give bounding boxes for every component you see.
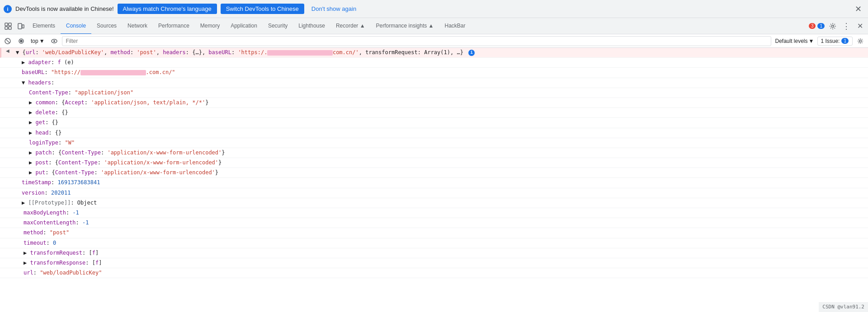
line-content: maxBodyLength: -1 [13,209,866,217]
context-selector[interactable]: top ▼ [29,37,47,45]
line-content: timeStamp: 1691373683841 [13,178,866,187]
tab-console[interactable]: Console [61,18,91,34]
console-line: ◀ ▼ {url: 'web/LoadPublicKey', method: '… [0,48,868,58]
notification-close-button[interactable]: ✕ [852,3,864,15]
console-line-transformresponse: ▶ transformResponse: [f] [0,258,868,268]
line-content: ▶ transformResponse: [f] [13,259,866,267]
svg-point-6 [832,25,834,27]
console-toolbar: top ▼ Default levels ▼ 1 Issue: 1 [0,34,868,48]
console-line-delete: ▶ delete: {} [0,108,868,118]
line-content: ▶ head: {} [13,129,866,137]
issues-count-badge: 1 [841,38,849,44]
tab-elements[interactable]: Elements [27,18,61,34]
line-content: ▶ [[Prototype]]: Object [13,199,866,207]
console-line-put: ▶ put: {Content-Type: 'application/x-www… [0,168,868,178]
tab-performance-insights[interactable]: Performance insights ▲ [371,18,439,34]
line-content: ▼ {url: 'web/LoadPublicKey', method: 'po… [14,48,866,57]
info-icon: i [4,5,12,13]
line-content: ▶ transformRequest: [f] [13,249,866,257]
svg-rect-0 [5,23,8,26]
line-content: ▶ patch: {Content-Type: 'application/x-w… [13,149,866,157]
more-options-button[interactable]: ⋮ [840,20,853,33]
console-line-post: ▶ post: {Content-Type: 'application/x-ww… [0,158,868,168]
clear-console-button[interactable] [2,35,14,47]
svg-point-10 [20,40,23,42]
svg-point-13 [859,40,862,42]
console-line-maxcontentlength: maxContentLength: -1 [0,218,868,228]
eye-button[interactable] [48,35,60,47]
line-content: url: "web/loadPublicKey" [13,269,866,277]
tab-sources[interactable]: Sources [91,18,122,34]
line-content: timeout: 0 [13,239,866,247]
dont-show-button[interactable]: Don't show again [308,4,360,14]
redacted-url [267,50,333,56]
console-line-baseurl: baseURL: "https:// .com.cn/" [0,68,868,78]
settings-button[interactable] [826,20,839,33]
filter-input[interactable] [62,36,772,46]
footer-bar: CSDN @vlan91.2 [819,302,868,312]
console-line-logintype: loginType: "W" [0,138,868,148]
switch-chinese-button[interactable]: Switch DevTools to Chinese [221,4,304,14]
notification-text: DevTools is now available in Chinese! [15,5,114,12]
console-line-timestamp: timeStamp: 1691373683841 [0,178,868,188]
default-levels-button[interactable]: Default levels ▼ [773,37,816,45]
tab-hackbar[interactable]: HackBar [439,18,471,34]
redacted-baseurl [80,70,146,75]
line-content: ▶ common: {Accept: 'application/json, te… [13,98,866,107]
console-line-get: ▶ get: {} [0,118,868,128]
notification-bar: i DevTools is now available in Chinese! … [0,0,868,18]
console-line-method: method: "post" [0,228,868,238]
svg-rect-5 [22,25,24,28]
line-gutter: ◀ [1,48,14,53]
console-content[interactable]: ◀ ▼ {url: 'web/LoadPublicKey', method: '… [0,48,868,312]
console-line-content-type: Content-Type: "application/json" [0,88,868,98]
svg-rect-1 [9,23,11,26]
console-line-adapter: ▶ adapter: f (e) [0,58,868,68]
svg-rect-4 [18,23,22,29]
svg-rect-2 [5,27,8,29]
line-content: maxContentLength: -1 [13,219,866,227]
line-content: baseURL: "https:// .com.cn/" [13,68,866,77]
tab-application[interactable]: Application [225,18,263,34]
svg-line-8 [6,39,9,43]
console-line-transformrequest: ▶ transformRequest: [f] [0,248,868,258]
line-content: ▶ adapter: f (e) [13,58,866,67]
line-content: ▶ delete: {} [13,108,866,117]
console-line-headers: ▼ headers: [0,78,868,88]
line-content: loginType: "W" [13,139,866,147]
inspect-element-button[interactable] [2,20,14,33]
match-language-button[interactable]: Always match Chrome's language [118,4,217,14]
device-toggle-button[interactable] [14,20,27,33]
tabs-bar: Elements Console Sources Network Perform… [0,18,868,34]
console-line-version: version: 202011 [0,188,868,198]
tab-network[interactable]: Network [122,18,153,34]
console-settings-button[interactable] [854,35,866,47]
line-content: ▶ put: {Content-Type: 'application/x-www… [13,168,866,177]
console-line-head: ▶ head: {} [0,128,868,138]
tab-recorder[interactable]: Recorder ▲ [330,18,371,34]
line-content: version: 202011 [13,189,866,197]
tab-lighthouse[interactable]: Lighthouse [293,18,330,34]
warning-badge: 1 [817,23,825,29]
svg-rect-3 [9,27,11,29]
line-content: ▶ post: {Content-Type: 'application/x-ww… [13,158,866,167]
collapse-button[interactable]: ◀ [5,48,10,53]
line-content: ▼ headers: [13,79,866,87]
console-line-maxbodylength: maxBodyLength: -1 [0,208,868,218]
svg-point-12 [53,40,55,42]
console-line-timeout: timeout: 0 [0,238,868,248]
stop-recording-button[interactable] [15,35,27,47]
tab-performance[interactable]: Performance [153,18,195,34]
tab-security[interactable]: Security [263,18,293,34]
console-right: Default levels ▼ 1 Issue: 1 [773,35,866,47]
console-line-url: url: "web/loadPublicKey" [0,268,868,278]
console-line-common: ▶ common: {Accept: 'application/json, te… [0,98,868,108]
issues-badge[interactable]: 1 Issue: 1 [817,37,853,46]
tabs-right-controls: 3 1 ⋮ ✕ [809,20,866,33]
tab-memory[interactable]: Memory [195,18,225,34]
devtools-close-button[interactable]: ✕ [854,20,866,33]
line-content: method: "post" [13,228,866,237]
line-content: Content-Type: "application/json" [13,88,866,97]
error-badge: 3 [809,23,816,29]
console-line-prototype: ▶ [[Prototype]]: Object [0,198,868,208]
